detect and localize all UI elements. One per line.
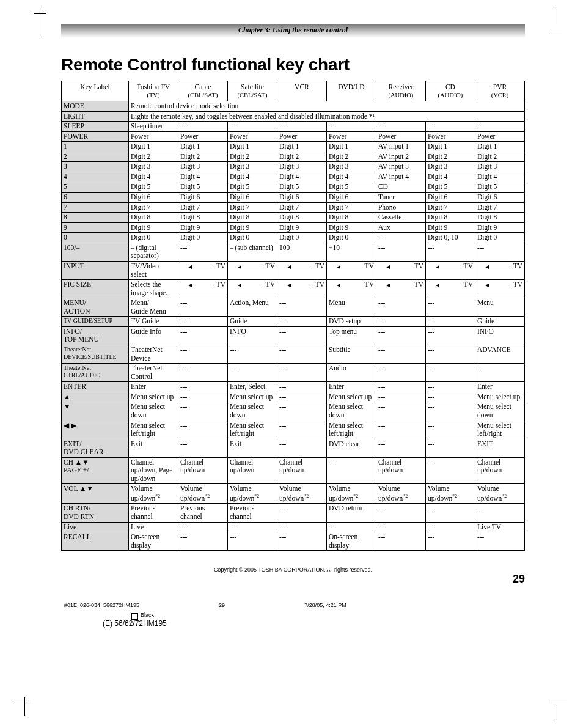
key-label-cell: TheaterNet CTRL/AUDIO (62, 364, 129, 382)
data-cell: Digit 0 (277, 233, 326, 243)
table-row: VOL ▲▼Volume up/down*2Volume up/down*2Vo… (62, 484, 525, 504)
data-cell: Power (128, 131, 178, 142)
column-header: VCR (277, 81, 326, 101)
data-cell: Digit 1 (128, 142, 178, 152)
data-cell: Previous channel (178, 504, 227, 522)
data-cell: Digit 8 (425, 213, 475, 223)
data-cell: Menu select down (326, 402, 376, 421)
data-cell: Digit 5 (425, 182, 475, 193)
data-cell: Digit 1 (425, 142, 475, 152)
data-cell: --- (376, 439, 425, 457)
data-cell: Digit 7 (475, 202, 524, 213)
data-cell: Digit 8 (277, 213, 326, 223)
data-cell: Digit 9 (326, 222, 376, 233)
table-row: CH ▲▼PAGE +/–Channel up/down, Page up/do… (62, 457, 525, 484)
data-cell: Digit 3 (425, 162, 475, 172)
table-row: 5Digit 5Digit 5Digit 5Digit 5Digit 5CDDi… (62, 182, 525, 193)
data-cell: Digit 2 (277, 152, 326, 162)
key-label-cell: 7 (62, 202, 129, 213)
column-header: Cable(CBL/SAT) (178, 81, 227, 101)
spanning-cell: Lights the remote key, and toggles betwe… (128, 111, 524, 122)
key-label-cell: ▲ (62, 392, 129, 402)
data-cell: Digit 2 (326, 152, 376, 162)
key-label-cell: 1 (62, 142, 129, 152)
table-row: PIC SIZESelects the image shape. TV TV T… (62, 280, 525, 298)
arrow-left-icon (189, 285, 213, 285)
data-cell: --- (376, 298, 425, 317)
data-cell: TV (376, 261, 425, 279)
data-cell: Volume up/down*2 (178, 484, 227, 504)
data-cell: Digit 2 (475, 152, 524, 162)
data-cell: TV (376, 280, 425, 298)
data-cell: --- (376, 522, 425, 532)
data-cell: EXIT (475, 439, 524, 457)
data-cell: – (sub channel) (227, 243, 277, 261)
data-cell: Digit 4 (475, 172, 524, 182)
key-label-cell: SLEEP (62, 122, 129, 132)
data-cell: Menu select left/right (326, 421, 376, 439)
data-cell: AV input 1 (376, 142, 425, 152)
key-label-cell: INPUT (62, 261, 129, 279)
model-code: (E) 56/62/72HM195 (61, 619, 525, 628)
data-cell: TV (227, 261, 277, 279)
key-label-cell: 0 (62, 233, 129, 243)
imposition-line: #01E_026-034_566272HM195 29 7/28/05, 4:2… (61, 602, 525, 608)
table-row: TheaterNet CTRL/AUDIOTheaterNet Control-… (62, 364, 525, 382)
key-label-cell: 6 (62, 193, 129, 203)
data-cell: --- (178, 364, 227, 382)
data-cell: Digit 7 (227, 202, 277, 213)
data-cell: Power (326, 131, 376, 142)
data-cell: --- (277, 532, 326, 551)
data-cell: Volume up/down*2 (227, 484, 277, 504)
key-label-cell: Live (62, 522, 129, 532)
data-cell: Channel up/down (227, 457, 277, 484)
column-header: Key Label (62, 81, 129, 101)
arrow-left-icon (337, 267, 362, 267)
data-cell: Digit 2 (227, 152, 277, 162)
data-cell: --- (178, 532, 227, 551)
column-header: PVR(VCR) (475, 81, 524, 101)
table-row: 7Digit 7Digit 7Digit 7Digit 7Digit 7Phon… (62, 202, 525, 213)
data-cell: --- (425, 504, 475, 522)
data-cell: TV (178, 261, 227, 279)
page-title: Remote Control functional key chart (61, 55, 525, 75)
data-cell: INFO (227, 326, 277, 345)
data-cell: Cassette (376, 213, 425, 223)
table-row: TheaterNet DEVICE/SUBTITLETheaterNet Dev… (62, 345, 525, 364)
table-row: 1Digit 1Digit 1Digit 1Digit 1Digit 1AV i… (62, 142, 525, 152)
color-indicator: Black (61, 612, 525, 618)
data-cell: --- (376, 233, 425, 243)
data-cell: --- (178, 317, 227, 327)
data-cell: --- (178, 326, 227, 345)
data-cell: TV (277, 261, 326, 279)
table-row: 6Digit 6Digit 6Digit 6Digit 6Digit 6Tune… (62, 193, 525, 203)
data-cell: --- (425, 122, 475, 132)
data-cell: --- (376, 504, 425, 522)
table-row: LiveLive------------------Live TV (62, 522, 525, 532)
data-cell: Digit 2 (178, 152, 227, 162)
data-cell: --- (277, 504, 326, 522)
column-header: CD(AUDIO) (425, 81, 475, 101)
data-cell: Menu select left/right (128, 421, 178, 439)
data-cell: Menu select up (227, 392, 277, 402)
table-row: EXIT/DVD CLEARExit---Exit---DVD clear---… (62, 439, 525, 457)
data-cell: --- (425, 364, 475, 382)
table-row: LIGHTLights the remote key, and toggles … (62, 111, 525, 122)
data-cell: TV Guide (128, 317, 178, 327)
copyright: Copyright © 2005 TOSHIBA CORPORATION. Al… (61, 567, 525, 573)
data-cell: --- (425, 298, 475, 317)
table-row: TV GUIDE/SETUPTV Guide---Guide---DVD set… (62, 317, 525, 327)
data-cell: Digit 5 (128, 182, 178, 193)
table-row: 100/–– (digital separator)---– (sub chan… (62, 243, 525, 261)
key-label-cell: 4 (62, 172, 129, 182)
column-header: Toshiba TV(TV) (128, 81, 178, 101)
data-cell: Digit 1 (326, 142, 376, 152)
data-cell: --- (277, 345, 326, 364)
arrow-left-icon (238, 267, 263, 267)
table-row: 9Digit 9Digit 9Digit 9Digit 9Digit 9AuxD… (62, 222, 525, 233)
data-cell: --- (277, 382, 326, 392)
data-cell: Digit 8 (128, 213, 178, 223)
data-cell: AV input 3 (376, 162, 425, 172)
data-cell: Digit 5 (326, 182, 376, 193)
column-header: Receiver(AUDIO) (376, 81, 425, 101)
